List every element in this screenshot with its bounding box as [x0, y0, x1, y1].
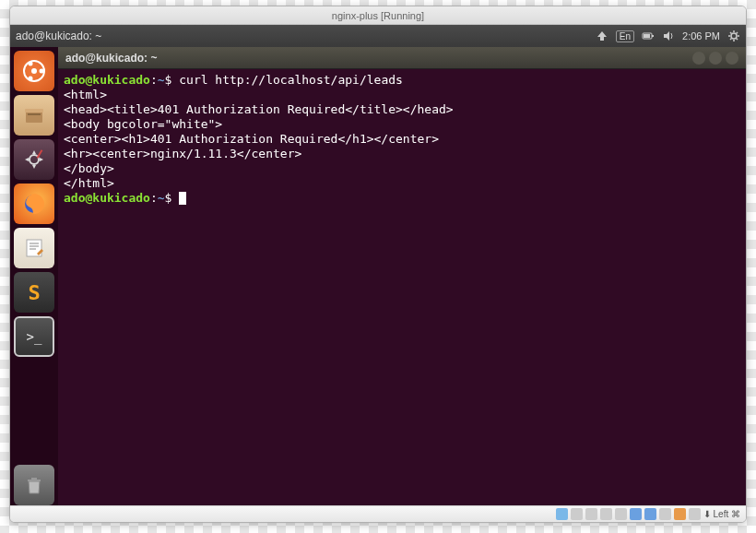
prompt-colon: : [150, 73, 158, 87]
network-icon[interactable] [596, 30, 608, 42]
output-line: </body> [64, 161, 114, 175]
launcher-trash[interactable] [14, 465, 54, 505]
output-line: <html> [64, 88, 107, 101]
sb-icon[interactable] [556, 508, 568, 520]
svg-rect-27 [28, 480, 41, 481]
svg-point-15 [29, 62, 33, 66]
clock[interactable]: 2:06 PM [682, 30, 720, 41]
host-key-text: Left ⌘ [714, 509, 740, 519]
output-line: <head><title>401 Authorization Required<… [64, 102, 454, 116]
language-indicator[interactable]: En [616, 30, 634, 42]
vm-window: nginx-plus [Running] ado@kukicado: ~ En … [9, 6, 747, 523]
output-line: </html> [64, 176, 114, 190]
svg-point-3 [731, 33, 737, 39]
sb-icon[interactable] [600, 508, 612, 520]
launcher-files[interactable] [14, 95, 54, 136]
output-line: <body bgcolor="white"> [64, 117, 222, 131]
terminal-glyph: >_ [27, 329, 42, 344]
prompt-path: ~ [158, 73, 165, 87]
panel-indicators: En 2:06 PM [596, 30, 740, 42]
close-button[interactable] [726, 52, 738, 65]
svg-rect-21 [37, 149, 43, 159]
terminal-body[interactable]: ado@kukicado:~$ curl http://localhost/ap… [58, 69, 746, 209]
prompt-user: ado@kukicado [64, 73, 150, 87]
terminal-title-text: ado@kukicado: ~ [65, 52, 157, 65]
launcher-text-editor[interactable] [14, 228, 54, 268]
launcher-dash[interactable] [14, 51, 54, 91]
sb-icon[interactable] [689, 508, 701, 520]
command-text: curl http://localhost/api/leads [179, 73, 403, 87]
prompt-symbol: $ [165, 73, 172, 87]
svg-rect-1 [652, 35, 654, 37]
sb-icon[interactable] [585, 508, 597, 520]
svg-line-10 [730, 39, 732, 41]
mac-title-text: nginx-plus [Running] [332, 10, 424, 21]
sb-icon[interactable] [674, 508, 686, 520]
svg-line-8 [730, 32, 732, 34]
sublime-glyph: S [28, 281, 40, 304]
output-line: <center><h1>401 Authorization Required</… [64, 132, 439, 146]
svg-point-14 [40, 69, 44, 74]
sb-icon[interactable] [630, 508, 642, 520]
svg-point-16 [29, 77, 33, 81]
sb-icon[interactable] [644, 508, 656, 520]
mac-titlebar: nginx-plus [Running] [10, 6, 746, 25]
launcher-firefox[interactable] [14, 184, 54, 224]
sb-icon[interactable] [571, 508, 583, 520]
svg-line-11 [737, 32, 738, 34]
launcher-sublime[interactable]: S [14, 272, 54, 313]
svg-rect-19 [28, 113, 41, 115]
vm-statusbar: ⬇ Left ⌘ [10, 505, 746, 522]
launcher: S >_ [10, 47, 58, 505]
minimize-button[interactable] [692, 52, 705, 65]
maximize-button[interactable] [709, 52, 722, 65]
svg-point-13 [31, 68, 37, 74]
ubuntu-desktop: ado@kukicado: ~ En 2:06 PM [10, 25, 746, 505]
svg-rect-28 [31, 478, 37, 480]
sb-icon[interactable] [659, 508, 671, 520]
launcher-settings[interactable] [14, 139, 54, 180]
svg-rect-18 [25, 109, 43, 113]
sb-icon[interactable] [615, 508, 627, 520]
prompt-symbol: $ [165, 191, 172, 205]
terminal-titlebar: ado@kukicado: ~ [58, 47, 746, 69]
prompt-user: ado@kukicado [64, 191, 150, 205]
battery-icon[interactable] [642, 30, 655, 42]
gear-icon[interactable] [727, 30, 740, 42]
launcher-terminal[interactable]: >_ [14, 316, 54, 357]
output-line: <hr><center>nginx/1.11.3</center> [64, 147, 301, 160]
terminal-window[interactable]: ado@kukicado: ~ ado@kukicado:~$ curl htt… [58, 47, 746, 505]
svg-line-9 [737, 39, 738, 41]
host-key-label: ⬇ [703, 509, 711, 519]
volume-icon[interactable] [662, 30, 675, 42]
prompt-path: ~ [158, 191, 165, 205]
svg-rect-2 [644, 34, 650, 38]
panel-window-title: ado@kukicado: ~ [16, 30, 596, 42]
cursor [179, 192, 186, 205]
top-panel: ado@kukicado: ~ En 2:06 PM [10, 25, 746, 47]
